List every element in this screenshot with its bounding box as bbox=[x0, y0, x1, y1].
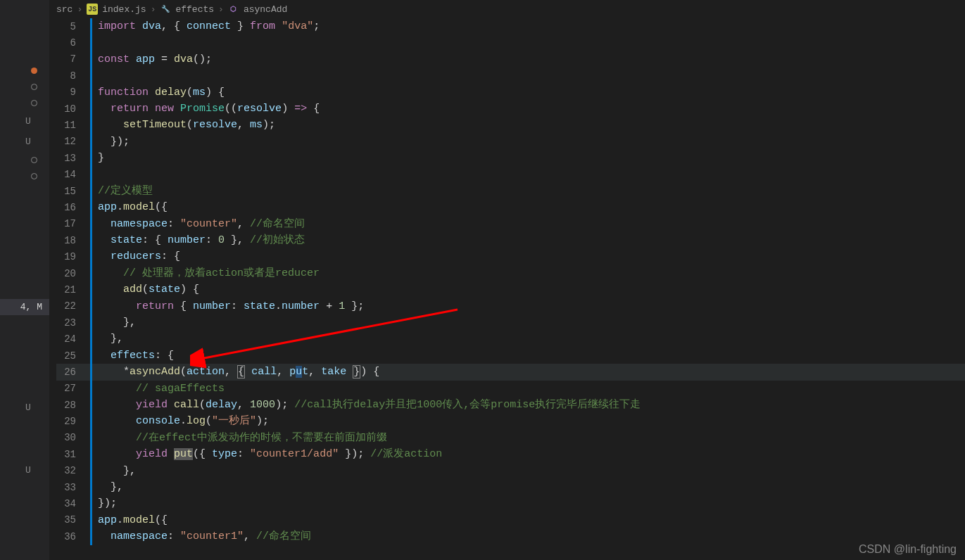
chevron-right-icon: › bbox=[218, 4, 224, 15]
line-number: 5 bbox=[56, 21, 90, 32]
code-line[interactable]: 14 bbox=[56, 167, 965, 183]
line-number: 31 bbox=[56, 449, 90, 460]
line-number: 11 bbox=[56, 120, 90, 131]
file-status-u: U bbox=[25, 116, 49, 127]
file-modified-dot bbox=[31, 68, 37, 74]
file-dot bbox=[31, 173, 37, 179]
file-status-u: U bbox=[25, 136, 49, 147]
code-line[interactable]: 33 }, bbox=[56, 479, 965, 495]
line-number: 26 bbox=[56, 367, 90, 378]
file-status-u: U bbox=[25, 402, 49, 413]
code-line[interactable]: 20 // 处理器，放着action或者是reducer bbox=[56, 265, 965, 281]
code-line[interactable]: 6 bbox=[56, 34, 965, 51]
line-number: 13 bbox=[56, 153, 90, 164]
code-line[interactable]: 7const app = dva(); bbox=[56, 51, 965, 68]
code-line[interactable]: 21 add(state) { bbox=[56, 281, 965, 298]
line-number: 21 bbox=[56, 284, 90, 295]
breadcrumb-method[interactable]: asyncAdd bbox=[244, 4, 287, 15]
file-dot bbox=[31, 157, 37, 163]
code-line[interactable]: 25 effects: { bbox=[56, 348, 965, 364]
code-line[interactable]: 19 reducers: { bbox=[56, 248, 965, 265]
chevron-right-icon: › bbox=[77, 4, 82, 15]
line-number: 15 bbox=[56, 186, 90, 197]
wrench-icon: 🔧 bbox=[160, 4, 171, 15]
breadcrumb-file[interactable]: index.js bbox=[102, 4, 146, 15]
breadcrumb-effects[interactable]: effects bbox=[175, 4, 214, 15]
code-line[interactable]: 11 setTimeout(resolve, ms); bbox=[56, 117, 965, 133]
code-line[interactable]: 9function delay(ms) { bbox=[56, 84, 965, 101]
js-file-icon: JS bbox=[87, 4, 98, 15]
line-number: 8 bbox=[56, 70, 90, 82]
breadcrumb[interactable]: src › JS index.js › 🔧 effects › ⬡ asyncA… bbox=[56, 1, 287, 17]
line-number: 22 bbox=[56, 300, 90, 312]
code-line[interactable]: 34}); bbox=[56, 495, 965, 511]
line-number: 34 bbox=[56, 498, 90, 509]
code-line[interactable]: 36 namespace: "counter1", //命名空间 bbox=[56, 528, 965, 545]
line-number: 12 bbox=[56, 136, 90, 147]
breadcrumb-src[interactable]: src bbox=[56, 4, 72, 15]
file-dot bbox=[31, 84, 37, 90]
code-editor[interactable]: 5import dva, { connect } from "dva";67co… bbox=[56, 18, 965, 560]
line-number: 18 bbox=[56, 235, 90, 246]
code-line[interactable]: 23 }, bbox=[56, 314, 965, 331]
line-number: 33 bbox=[56, 482, 90, 493]
code-line[interactable]: 22 return { number: state.number + 1 }; bbox=[56, 298, 965, 314]
code-line[interactable]: 24 }, bbox=[56, 331, 965, 347]
active-file-badge[interactable]: 4, M bbox=[0, 299, 49, 315]
file-status-u: U bbox=[25, 465, 49, 476]
line-number: 27 bbox=[56, 383, 90, 394]
chevron-right-icon: › bbox=[151, 4, 156, 15]
line-number: 30 bbox=[56, 432, 90, 443]
file-dot bbox=[31, 100, 37, 106]
line-number: 29 bbox=[56, 416, 90, 427]
code-line[interactable]: 29 console.log("一秒后"); bbox=[56, 413, 965, 429]
line-number: 17 bbox=[56, 218, 90, 229]
code-line[interactable]: 30 //在effect中派发动作的时候，不需要在前面加前缀 bbox=[56, 430, 965, 446]
line-number: 19 bbox=[56, 251, 90, 262]
line-number: 28 bbox=[56, 400, 90, 411]
line-number: 36 bbox=[56, 531, 90, 542]
line-number: 9 bbox=[56, 87, 90, 98]
method-icon: ⬡ bbox=[228, 4, 239, 15]
code-line[interactable]: 15//定义模型 bbox=[56, 183, 965, 199]
code-line[interactable]: 26 *asyncAdd(action, { call, put, take }… bbox=[56, 364, 965, 380]
line-number: 10 bbox=[56, 103, 90, 115]
explorer-sidebar: U U 4, M U U bbox=[0, 0, 49, 560]
code-line[interactable]: 18 state: { number: 0 }, //初始状态 bbox=[56, 232, 965, 248]
line-number: 20 bbox=[56, 268, 90, 279]
code-line[interactable]: 5import dva, { connect } from "dva"; bbox=[56, 18, 965, 34]
line-number: 7 bbox=[56, 53, 90, 65]
line-number: 24 bbox=[56, 333, 90, 345]
code-line[interactable]: 35app.model({ bbox=[56, 512, 965, 528]
code-line[interactable]: 16app.model({ bbox=[56, 199, 965, 215]
watermark: CSDN @lin-fighting bbox=[859, 543, 957, 556]
code-line[interactable]: 28 yield call(delay, 1000); //call执行dela… bbox=[56, 397, 965, 413]
code-line[interactable]: 31 yield put({ type: "counter1/add" }); … bbox=[56, 446, 965, 462]
line-number: 6 bbox=[56, 37, 90, 49]
code-line[interactable]: 32 }, bbox=[56, 463, 965, 479]
line-number: 14 bbox=[56, 169, 90, 180]
line-number: 16 bbox=[56, 202, 90, 213]
line-number: 32 bbox=[56, 465, 90, 476]
code-line[interactable]: 8 bbox=[56, 68, 965, 84]
code-line[interactable]: 10 return new Promise((resolve) => { bbox=[56, 101, 965, 117]
code-line[interactable]: 27 // sagaEffects bbox=[56, 381, 965, 397]
line-number: 23 bbox=[56, 317, 90, 329]
code-line[interactable]: 12 }); bbox=[56, 134, 965, 150]
line-number: 35 bbox=[56, 514, 90, 526]
code-line[interactable]: 17 namespace: "counter", //命名空间 bbox=[56, 216, 965, 232]
code-line[interactable]: 13} bbox=[56, 150, 965, 166]
line-number: 25 bbox=[56, 350, 90, 362]
